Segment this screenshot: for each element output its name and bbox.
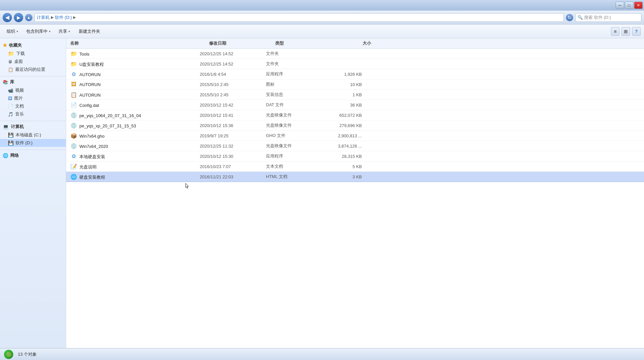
- file-icon: ⚙: [70, 70, 77, 78]
- forward-button[interactable]: ▶: [14, 13, 23, 22]
- sidebar-item-video[interactable]: 📹 视频: [0, 86, 66, 94]
- file-size: 1 KB: [319, 92, 362, 97]
- refresh-button[interactable]: ↻: [566, 14, 573, 21]
- status-app-icon: 🟢: [4, 350, 13, 359]
- include-library-arrow: ▾: [49, 30, 51, 33]
- view-toggle-button[interactable]: ⊞: [622, 27, 630, 36]
- file-name: 🖼AUTORUN: [70, 81, 200, 88]
- breadcrumb-drive[interactable]: 软件 (D:): [55, 15, 72, 21]
- sidebar-item-software-d[interactable]: 💾 软件 (D:): [0, 139, 66, 147]
- file-type: 图标: [266, 81, 319, 87]
- file-icon: 📁: [70, 60, 77, 68]
- file-row[interactable]: ⚙AUTORUN 2016/1/8 4:54 应用程序 1,926 KB: [66, 69, 644, 79]
- file-type: 安装信息: [266, 92, 319, 98]
- file-row[interactable]: 📝光盘说明 2016/10/23 7:07 文本文档 5 KB: [66, 161, 644, 172]
- file-row[interactable]: 🌐硬盘安装教程 2016/11/21 22:03 HTML 文档 3 KB: [66, 172, 644, 182]
- file-name: 📋AUTORUN: [70, 91, 200, 98]
- back-button[interactable]: ◀: [3, 13, 12, 22]
- file-row[interactable]: 💿pe_yqs_xp_20_07_31_15_53 2020/10/12 15:…: [66, 120, 644, 131]
- file-row[interactable]: 📁Tools 2020/12/25 14:52 文件夹: [66, 49, 644, 59]
- library-icon: 📚: [3, 80, 8, 85]
- new-folder-button[interactable]: 新建文件夹: [75, 26, 104, 36]
- file-size: 1,926 KB: [319, 72, 362, 77]
- include-library-button[interactable]: 包含到库中 ▾: [23, 26, 54, 36]
- close-button[interactable]: ✕: [634, 2, 643, 9]
- file-row[interactable]: 💿pe_yqs_1064_20_07_31_16_04 2020/10/12 1…: [66, 110, 644, 120]
- file-size: 279,696 KB: [319, 123, 362, 128]
- header-col-date[interactable]: 修改日期: [209, 40, 275, 46]
- breadcrumb[interactable]: 计算机 ▶ 软件 (D:) ▶: [34, 13, 564, 22]
- file-name: 📦Win7x64.gho: [70, 132, 200, 139]
- file-icon: 📝: [70, 163, 77, 170]
- recent-icon: 📋: [8, 67, 13, 72]
- computer-icon: 💻: [3, 124, 9, 130]
- sidebar-item-desktop[interactable]: 🖥 桌面: [0, 58, 66, 66]
- file-icon: 💿: [70, 112, 77, 119]
- file-type: 光盘映像文件: [266, 122, 319, 128]
- file-size: 3,874,126 ...: [319, 144, 362, 149]
- breadcrumb-computer[interactable]: 计算机: [37, 15, 50, 21]
- toolbar-right: ≡ ⊞ ?: [611, 27, 641, 36]
- maximize-button[interactable]: □: [625, 2, 633, 9]
- file-icon: 🖼: [70, 81, 77, 88]
- view-options-button[interactable]: ≡: [611, 27, 620, 36]
- file-date: 2019/9/7 19:25: [200, 133, 266, 138]
- video-icon: 📹: [8, 88, 13, 93]
- sidebar-header-library[interactable]: 📚 库: [0, 78, 66, 86]
- file-row[interactable]: 📦Win7x64.gho 2019/9/7 19:25 GHO 文件 2,900…: [66, 131, 644, 141]
- file-type: DAT 文件: [266, 102, 319, 108]
- search-box[interactable]: 🔍 搜索 软件 (D:): [575, 13, 641, 22]
- sidebar-item-image[interactable]: 🖼 图片: [0, 94, 66, 102]
- sidebar-header-network[interactable]: 🌐 网络: [0, 151, 66, 160]
- sidebar-divider-2: [0, 121, 66, 121]
- file-size: 10 KB: [319, 82, 362, 87]
- software-d-icon: 💾: [8, 140, 14, 146]
- sidebar-item-downloads[interactable]: 📁 下载: [0, 50, 66, 58]
- file-date: 2020/10/12 15:36: [200, 123, 266, 128]
- sidebar-item-doc[interactable]: 📄 文档: [0, 102, 66, 110]
- music-label: 音乐: [15, 111, 24, 117]
- file-row[interactable]: 📄Config.dat 2020/10/12 15:42 DAT 文件 36 K…: [66, 100, 644, 110]
- file-type: HTML 文档: [266, 174, 319, 180]
- file-type: 光盘映像文件: [266, 112, 319, 118]
- file-name: 💿pe_yqs_1064_20_07_31_16_04: [70, 112, 200, 119]
- header-col-type[interactable]: 类型: [275, 40, 328, 46]
- file-date: 2020/10/12 15:42: [200, 103, 266, 108]
- file-row[interactable]: 🖼AUTORUN 2015/5/10 2:45 图标 10 KB: [66, 79, 644, 90]
- share-label: 共享: [59, 28, 67, 34]
- header-col-name[interactable]: 名称: [70, 40, 209, 46]
- doc-icon: 📄: [8, 104, 13, 109]
- up-button[interactable]: ▲: [25, 14, 32, 21]
- file-date: 2020/12/25 14:52: [200, 51, 266, 56]
- library-label: 库: [10, 79, 14, 85]
- file-row[interactable]: 📋AUTORUN 2015/5/10 2:45 安装信息 1 KB: [66, 90, 644, 100]
- organize-arrow: ▾: [17, 30, 18, 33]
- share-button[interactable]: 共享 ▾: [55, 26, 73, 36]
- file-icon: ⚙: [70, 153, 77, 160]
- minimize-button[interactable]: ─: [616, 2, 624, 9]
- file-row[interactable]: 📁U盘安装教程 2020/12/25 14:52 文件夹: [66, 59, 644, 69]
- filelist-area: 名称 修改日期 类型 大小 📁Tools 2020/12/25 14:52 文件…: [66, 38, 644, 348]
- share-arrow: ▾: [68, 30, 70, 33]
- sidebar-item-music[interactable]: 🎵 音乐: [0, 110, 66, 118]
- file-size: 28,315 KB: [319, 154, 362, 159]
- file-date: 2020/10/12 15:41: [200, 113, 266, 118]
- filelist-header: 名称 修改日期 类型 大小: [66, 38, 644, 49]
- organize-button[interactable]: 组织 ▾: [3, 26, 21, 36]
- header-col-size[interactable]: 大小: [328, 40, 371, 46]
- file-date: 2020/12/25 14:52: [200, 62, 266, 67]
- help-button[interactable]: ?: [632, 27, 641, 36]
- computer-label: 计算机: [11, 124, 24, 130]
- file-icon: 💿: [70, 142, 77, 150]
- breadcrumb-sep2: ▶: [73, 15, 76, 20]
- file-row[interactable]: ⚙本地硬盘安装 2020/10/12 15:30 应用程序 28,315 KB: [66, 151, 644, 161]
- file-size: 2,900,813 ...: [319, 133, 362, 138]
- sidebar-section-computer: 💻 计算机 💾 本地磁盘 (C:) 💾 软件 (D:): [0, 122, 66, 147]
- sidebar-header-computer[interactable]: 💻 计算机: [0, 122, 66, 131]
- sidebar-item-recent[interactable]: 📋 最近访问的位置: [0, 66, 66, 73]
- file-name: 📄Config.dat: [70, 101, 200, 109]
- file-row[interactable]: 💿Win7x64_2020 2020/12/25 11:32 光盘映像文件 3,…: [66, 141, 644, 151]
- sidebar-header-favorites[interactable]: ★ 收藏夹: [0, 41, 66, 50]
- sidebar-item-local-c[interactable]: 💾 本地磁盘 (C:): [0, 131, 66, 139]
- search-icon: 🔍: [578, 15, 583, 20]
